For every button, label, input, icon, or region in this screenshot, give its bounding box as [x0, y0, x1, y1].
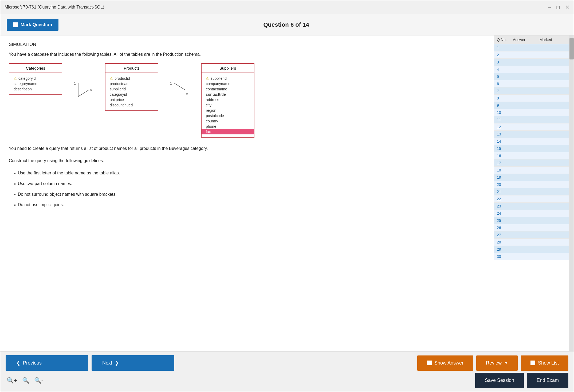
mark-question-label: Mark Question: [21, 22, 52, 27]
sidebar-row[interactable]: 19: [494, 174, 569, 181]
sidebar-qnum: 28: [497, 240, 513, 244]
suppliers-table: Suppliers ⚠ supplierid companyname conta…: [201, 63, 254, 138]
sidebar-row[interactable]: 1: [494, 44, 569, 51]
svg-text:1: 1: [74, 81, 76, 85]
sidebar-col-qno: Q No.: [497, 38, 513, 42]
save-session-button[interactable]: Save Session: [475, 373, 524, 388]
sidebar-row[interactable]: 2: [494, 51, 569, 59]
show-list-label: Show List: [538, 360, 559, 366]
field-postalcode: postalcode: [206, 113, 250, 118]
sidebar-row[interactable]: 7: [494, 87, 569, 95]
end-exam-button[interactable]: End Exam: [527, 373, 568, 388]
sidebar-col-answer: Answer: [513, 38, 540, 42]
relation-line-svg: 1 ∞: [73, 79, 94, 101]
minimize-icon[interactable]: –: [548, 4, 551, 10]
simulation-label: SIMULATION: [9, 42, 485, 47]
products-table: Products ⚠ productid productname supplie…: [105, 63, 158, 111]
bottom-bar: ❮ Previous Next ❯ Show Answer Review ▼ S…: [0, 351, 574, 392]
sidebar-row[interactable]: 11: [494, 116, 569, 123]
guideline-3: Do not surround object names with square…: [14, 189, 485, 200]
sidebar-row[interactable]: 27: [494, 231, 569, 239]
sidebar-row[interactable]: 8: [494, 95, 569, 102]
review-arrow-icon: ▼: [504, 361, 508, 365]
sidebar-qnum: 24: [497, 211, 513, 215]
sidebar-row[interactable]: 16: [494, 152, 569, 159]
sidebar-row[interactable]: 23: [494, 203, 569, 210]
sidebar-row[interactable]: 17: [494, 159, 569, 167]
sidebar-row[interactable]: 5: [494, 73, 569, 80]
categories-table: Categories ⚠ categoryid categoryname des…: [9, 63, 62, 95]
relation-cat-prod: 1 ∞: [73, 63, 94, 101]
sidebar-qnum: 13: [497, 132, 513, 136]
sidebar-row[interactable]: 18: [494, 167, 569, 174]
sidebar-row[interactable]: 22: [494, 195, 569, 203]
question-title: Question 6 of 14: [263, 21, 309, 28]
guideline-1: Use the first letter of the table name a…: [14, 168, 485, 179]
field-contacttitle: contacttitle: [206, 92, 250, 97]
sidebar-row[interactable]: 26: [494, 224, 569, 231]
sidebar-qnum: 29: [497, 247, 513, 251]
sidebar-row[interactable]: 15: [494, 145, 569, 152]
review-button[interactable]: Review ▼: [476, 355, 518, 371]
save-session-label: Save Session: [485, 378, 514, 383]
sidebar-row[interactable]: 13: [494, 131, 569, 138]
sidebar-qnum: 2: [497, 53, 513, 57]
show-answer-button[interactable]: Show Answer: [417, 355, 473, 371]
zoom-reset-button[interactable]: 🔍: [21, 376, 30, 385]
field-phone: phone: [206, 124, 250, 129]
sidebar-qnum: 17: [497, 161, 513, 165]
mark-question-button[interactable]: Mark Question: [7, 19, 58, 31]
svg-text:∞: ∞: [186, 92, 188, 96]
next-button[interactable]: Next ❯: [92, 355, 174, 371]
zoom-in-button[interactable]: 🔍+: [6, 376, 18, 385]
window-title: Microsoft 70-761 (Querying Data with Tra…: [5, 5, 104, 10]
restore-icon[interactable]: ◻: [556, 4, 560, 10]
sidebar-qnum: 9: [497, 103, 513, 107]
sidebar-qnum: 21: [497, 190, 513, 194]
show-list-button[interactable]: Show List: [521, 355, 568, 371]
sidebar-row[interactable]: 21: [494, 188, 569, 195]
sidebar-row[interactable]: 14: [494, 138, 569, 145]
sidebar-row[interactable]: 25: [494, 217, 569, 224]
end-exam-label: End Exam: [537, 378, 559, 383]
show-answer-label: Show Answer: [434, 360, 463, 366]
field-address: address: [206, 97, 250, 102]
sidebar-qnum: 5: [497, 74, 513, 79]
prev-chevron-icon: ❮: [16, 360, 20, 366]
app-window: Microsoft 70-761 (Querying Data with Tra…: [0, 0, 574, 392]
zoom-controls: 🔍+ 🔍 🔍-: [6, 375, 44, 386]
main-content: SIMULATION You have a database that incl…: [0, 35, 574, 351]
sidebar-row[interactable]: 10: [494, 109, 569, 116]
sidebar-row[interactable]: 6: [494, 80, 569, 87]
sidebar-row[interactable]: 9: [494, 102, 569, 109]
categories-table-header: Categories: [9, 64, 62, 73]
sidebar-row[interactable]: 20: [494, 181, 569, 188]
sidebar-qnum: 20: [497, 182, 513, 187]
guidelines: Construct the query using the following …: [9, 157, 485, 210]
field-discountinued: discountinued: [110, 102, 154, 108]
sidebar-qnum: 4: [497, 67, 513, 71]
field-productid: ⚠ productid: [110, 76, 154, 81]
sidebar-row[interactable]: 12: [494, 123, 569, 131]
sidebar-qnum: 11: [497, 118, 513, 122]
mark-checkbox-icon: [13, 22, 18, 27]
sidebar-scrollbar[interactable]: [569, 35, 574, 351]
field-fax: fax: [202, 129, 254, 134]
field-companyname: companyname: [206, 81, 250, 86]
guideline-2: Use two-part column names.: [14, 179, 485, 189]
sidebar-row[interactable]: 29: [494, 246, 569, 253]
sidebar-row[interactable]: 4: [494, 66, 569, 73]
sidebar-row[interactable]: 3: [494, 59, 569, 66]
sidebar-row[interactable]: 28: [494, 239, 569, 246]
sidebar-list[interactable]: 1234567891011121314151617181920212223242…: [494, 44, 569, 351]
sidebar-row[interactable]: 24: [494, 210, 569, 217]
bottom-row2: 🔍+ 🔍 🔍- Save Session End Exam: [6, 373, 568, 388]
previous-label: Previous: [23, 360, 42, 366]
sidebar-row[interactable]: 30: [494, 253, 569, 260]
close-icon[interactable]: ✕: [565, 4, 569, 10]
zoom-out-button[interactable]: 🔍-: [33, 376, 44, 385]
previous-button[interactable]: ❮ Previous: [6, 355, 88, 371]
key-icon: ⚠: [14, 76, 17, 80]
sidebar-qnum: 23: [497, 204, 513, 208]
next-label: Next: [102, 360, 112, 366]
